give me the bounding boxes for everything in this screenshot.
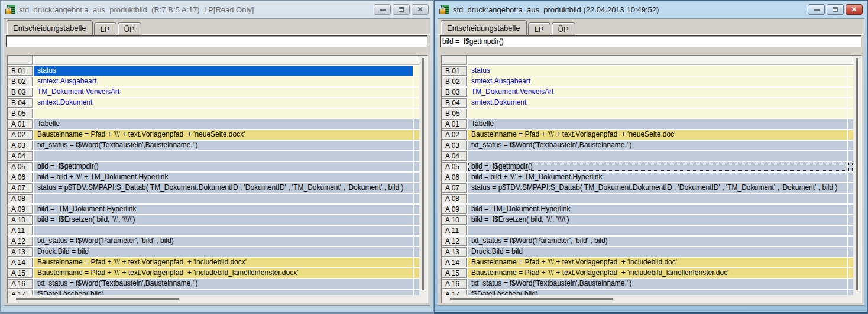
row-label[interactable]: A 14 [442, 258, 467, 267]
row-label[interactable]: A 12 [442, 237, 467, 246]
row-label[interactable]: A 07 [442, 183, 467, 193]
row-cell[interactable]: status = p$TDV:SMPAPI:S_Dattab( TM_Dokum… [34, 183, 413, 193]
row-cell-sliver[interactable] [848, 109, 853, 118]
row-cell-sliver[interactable] [414, 130, 419, 140]
row-cell-sliver[interactable] [414, 290, 419, 295]
formula-input[interactable]: bild = f$gettmpdir() [440, 35, 861, 47]
horizontal-scrollbar[interactable] [442, 295, 853, 303]
row-cell[interactable]: status = p$TDV:SMPAPI:S_Dattab( TM_Dokum… [468, 183, 847, 193]
row-cell[interactable]: Bausteinname = Pfad + '\\' + text.Vorlag… [34, 268, 413, 278]
horizontal-scroll-thumb[interactable] [16, 298, 179, 300]
formula-input[interactable] [6, 35, 427, 47]
row-label[interactable]: B 02 [442, 77, 467, 86]
vertical-scroll-thumb[interactable] [856, 58, 858, 290]
row-cell-sliver[interactable] [848, 205, 853, 214]
vertical-scrollbar[interactable] [419, 56, 427, 295]
row-label[interactable]: B 05 [442, 109, 467, 118]
row-label[interactable]: A 13 [442, 247, 467, 257]
row-cell[interactable] [34, 151, 413, 161]
row-cell[interactable]: smtext.Dokument [34, 98, 413, 108]
tab-uep[interactable]: ÜP [118, 22, 141, 35]
tab-entscheidungstabelle[interactable]: Entscheidungstabelle [441, 20, 527, 35]
row-cell[interactable]: Bausteinname = Pfad + '\\' + text.Vorlag… [34, 130, 413, 140]
row-label[interactable]: A 13 [8, 247, 33, 257]
row-label[interactable]: A 07 [8, 183, 33, 193]
row-label[interactable]: A 17 [442, 290, 467, 295]
tab-uep[interactable]: ÜP [552, 22, 575, 35]
row-cell[interactable]: bild = f$Ersetzen( bild, '\\', '\\\\') [468, 215, 847, 225]
row-cell[interactable] [468, 151, 847, 161]
tab-lp[interactable]: LP [94, 22, 116, 35]
row-cell[interactable]: Bausteinname = Pfad + '\\' + text.Vorlag… [468, 130, 847, 140]
row-label[interactable]: A 06 [442, 173, 467, 182]
row-label[interactable]: A 03 [442, 141, 467, 150]
row-cell[interactable]: Druck.Bild = bild [468, 247, 847, 257]
row-cell-sliver[interactable] [848, 98, 853, 108]
row-cell-sliver[interactable] [848, 141, 853, 150]
row-label[interactable]: A 12 [8, 237, 33, 246]
close-button[interactable]: ✕ [846, 4, 863, 15]
row-label[interactable]: B 01 [8, 66, 33, 76]
row-label[interactable]: A 03 [8, 141, 33, 150]
row-cell[interactable]: txt_status = f$Word('Textbaustein',Baust… [34, 279, 413, 289]
row-cell[interactable]: bild = TM_Dokument.Hyperlink [34, 205, 413, 214]
row-cell[interactable]: Bausteinname = Pfad + '\\' + text.Vorlag… [468, 258, 847, 267]
row-cell[interactable]: smtext.Dokument [468, 98, 847, 108]
row-cell[interactable] [468, 109, 847, 118]
row-cell[interactable]: bild = bild + '\\' + TM_Dokument.Hyperli… [34, 173, 413, 182]
row-cell-sliver[interactable] [848, 66, 853, 76]
row-cell[interactable]: smtext.Ausgabeart [468, 77, 847, 86]
row-cell[interactable]: bild = f$gettmpdir() [468, 162, 847, 171]
row-cell[interactable]: txt_status = f$Word('Textbaustein',Baust… [34, 141, 413, 150]
row-cell[interactable]: Druck.Bild = bild [34, 247, 413, 257]
row-label[interactable]: A 16 [8, 279, 33, 289]
row-cell-sliver[interactable] [414, 88, 419, 97]
row-cell[interactable]: Tabelle [34, 119, 413, 129]
row-label[interactable]: B 01 [442, 66, 467, 76]
row-cell-sliver[interactable] [848, 88, 853, 97]
row-label[interactable]: A 09 [442, 205, 467, 214]
row-label[interactable]: B 04 [8, 98, 33, 108]
row-cell-sliver[interactable] [414, 215, 419, 225]
tab-lp[interactable]: LP [528, 22, 550, 35]
row-label[interactable]: B 03 [442, 88, 467, 97]
row-cell-sliver[interactable] [848, 183, 853, 193]
row-cell-sliver[interactable] [414, 151, 419, 161]
row-cell[interactable]: txt_status = f$Word('Textbaustein',Baust… [468, 279, 847, 289]
row-cell-sliver[interactable] [414, 173, 419, 182]
row-cell-sliver[interactable] [848, 119, 853, 129]
row-cell[interactable]: smtext.Ausgabeart [34, 77, 413, 86]
row-cell[interactable]: status [34, 66, 413, 76]
row-label[interactable]: A 08 [8, 194, 33, 203]
row-cell[interactable]: bild = TM_Dokument.Hyperlink [468, 205, 847, 214]
row-cell-sliver[interactable] [848, 226, 853, 235]
row-label[interactable]: A 08 [442, 194, 467, 203]
titlebar[interactable]: std_druck:angebot:a_aus_produktbild (22.… [435, 1, 867, 18]
row-cell[interactable]: Bausteinname = Pfad + '\\' + text.Vorlag… [34, 258, 413, 267]
close-button[interactable]: ✕ [412, 4, 429, 15]
row-cell-sliver[interactable] [848, 237, 853, 246]
restore-button[interactable] [827, 4, 844, 15]
row-cell[interactable]: txt_status = f$Word('Parameter', 'bild' … [468, 237, 847, 246]
row-cell-sliver[interactable] [414, 119, 419, 129]
row-cell[interactable]: status [468, 66, 847, 76]
horizontal-scroll-thumb[interactable] [450, 298, 613, 300]
row-cell[interactable]: f$Dateil öschen( bild) [34, 290, 413, 295]
minimize-button[interactable] [374, 4, 391, 15]
row-cell[interactable]: f$Dateil öschen( bild) [468, 290, 847, 295]
row-cell[interactable] [468, 226, 847, 235]
row-label[interactable]: A 04 [442, 151, 467, 161]
row-label[interactable]: A 01 [8, 119, 33, 129]
row-label[interactable]: A 05 [8, 162, 33, 171]
row-cell-sliver[interactable] [848, 258, 853, 267]
row-label[interactable]: B 05 [8, 109, 33, 118]
row-label[interactable]: A 01 [442, 119, 467, 129]
row-cell-sliver[interactable] [848, 279, 853, 289]
row-label[interactable]: A 15 [8, 268, 33, 278]
row-cell-sliver[interactable] [414, 141, 419, 150]
restore-button[interactable] [393, 4, 410, 15]
row-cell-sliver[interactable] [848, 290, 853, 295]
row-cell-sliver[interactable] [414, 268, 419, 278]
row-cell[interactable]: TM_Dokument.VerweisArt [468, 88, 847, 97]
row-cell-sliver[interactable] [414, 183, 419, 193]
